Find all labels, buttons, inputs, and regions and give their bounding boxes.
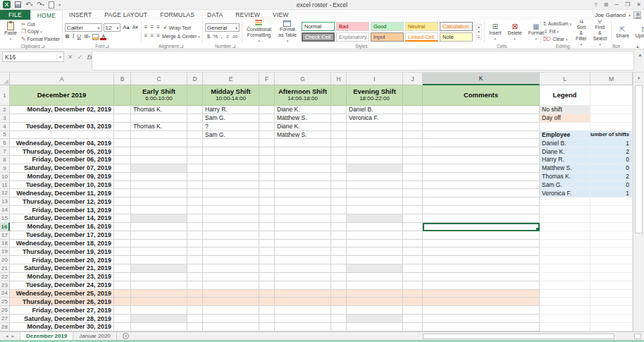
- scroll-up-icon[interactable]: ▲: [633, 73, 644, 83]
- cell-E22[interactable]: [203, 273, 259, 281]
- clear-button[interactable]: ⌦ Clear ▾: [543, 36, 571, 43]
- cell-K6[interactable]: [423, 139, 540, 147]
- row-header-16[interactable]: 16: [0, 223, 10, 231]
- cell-D8[interactable]: [187, 156, 203, 164]
- find-select-button[interactable]: ⚲ Find & Select▾: [591, 17, 609, 47]
- col-header-H[interactable]: H: [331, 73, 347, 85]
- cell-A9[interactable]: Saturday, December 07, 2019: [10, 164, 114, 173]
- cell-E5[interactable]: Sam G.: [203, 131, 259, 140]
- help-icon[interactable]: ?: [594, 1, 597, 8]
- cell-K10[interactable]: [423, 173, 540, 181]
- cell-L28[interactable]: [540, 323, 590, 331]
- cell-A12[interactable]: Wednesday, December 11, 2019: [10, 189, 114, 197]
- cell-L8[interactable]: Harry R.: [540, 156, 590, 164]
- row-header-3[interactable]: 3: [0, 114, 10, 123]
- ribbon-tab-view[interactable]: VIEW: [266, 10, 295, 20]
- cell-J21[interactable]: [403, 264, 423, 273]
- cell-C2[interactable]: Thomas K.: [131, 106, 187, 114]
- cell-M28[interactable]: [590, 323, 633, 331]
- cell-K3[interactable]: [423, 114, 540, 123]
- select-all-corner[interactable]: [0, 73, 10, 85]
- cell-H23[interactable]: [331, 281, 347, 290]
- cell-G25[interactable]: [275, 298, 331, 306]
- row-header-7[interactable]: 7: [0, 147, 10, 156]
- cell-A27[interactable]: Saturday, December 28, 2019: [10, 314, 114, 323]
- cell-B14[interactable]: [114, 206, 131, 214]
- cell-A21[interactable]: Saturday, December 21, 2019: [10, 264, 114, 273]
- row-header-13[interactable]: 13: [0, 197, 10, 206]
- cell-C1[interactable]: Early Shift6:00-10:00: [131, 85, 187, 106]
- cell-G3[interactable]: Matthew S.: [275, 114, 331, 123]
- cell-L22[interactable]: [540, 273, 590, 281]
- cell-I7[interactable]: [347, 147, 403, 156]
- cell-J11[interactable]: [403, 181, 423, 190]
- cell-L10[interactable]: Thomas K.: [540, 173, 590, 181]
- cell-M9[interactable]: 0: [590, 164, 633, 173]
- cell-I9[interactable]: [347, 164, 403, 173]
- cell-E23[interactable]: [203, 281, 259, 290]
- cell-I5[interactable]: [347, 131, 403, 140]
- cell-K26[interactable]: [423, 306, 540, 314]
- cell-A3[interactable]: [10, 114, 114, 123]
- cell-I2[interactable]: Daniel B.: [347, 106, 403, 114]
- cell-F19[interactable]: [259, 248, 275, 256]
- cell-E24[interactable]: [203, 290, 259, 298]
- cell-J23[interactable]: [403, 281, 423, 290]
- cell-F17[interactable]: [259, 231, 275, 240]
- col-header-F[interactable]: F: [259, 73, 275, 85]
- cell-M27[interactable]: [590, 314, 633, 323]
- cell-C4[interactable]: Thomas K.: [131, 123, 187, 131]
- cell-J17[interactable]: [403, 231, 423, 240]
- cut-button[interactable]: ✂ Cut: [21, 21, 60, 28]
- style-good[interactable]: Good: [371, 22, 404, 31]
- row-header-26[interactable]: 26: [0, 306, 10, 314]
- cell-G2[interactable]: Diane K.: [275, 106, 331, 114]
- fill-color-icon[interactable]: [92, 34, 99, 40]
- row-header-17[interactable]: 17: [0, 231, 10, 240]
- cell-E13[interactable]: [203, 197, 259, 206]
- cell-L7[interactable]: Diane K.: [540, 147, 590, 156]
- cell-M24[interactable]: [590, 290, 633, 298]
- ribbon-tab-review[interactable]: REVIEW: [229, 10, 266, 20]
- cell-A24[interactable]: Wednesday, December 25, 2019: [10, 290, 114, 298]
- cell-C21[interactable]: [131, 264, 187, 273]
- cell-M15[interactable]: [590, 214, 633, 223]
- cell-G14[interactable]: [275, 206, 331, 214]
- cell-E20[interactable]: [203, 256, 259, 264]
- cell-H19[interactable]: [331, 248, 347, 256]
- cell-D10[interactable]: [187, 173, 203, 181]
- cell-D13[interactable]: [187, 197, 203, 206]
- cell-J20[interactable]: [403, 256, 423, 264]
- row-header-15[interactable]: 15: [0, 214, 10, 223]
- cell-H7[interactable]: [331, 147, 347, 156]
- cell-E19[interactable]: [203, 248, 259, 256]
- row-header-19[interactable]: 19: [0, 248, 10, 256]
- cell-B7[interactable]: [114, 147, 131, 156]
- cell-H14[interactable]: [331, 206, 347, 214]
- cell-D28[interactable]: [187, 323, 203, 331]
- ribbon-tab-formulas[interactable]: FORMULAS: [154, 10, 201, 20]
- cell-A5[interactable]: [10, 131, 114, 140]
- next-sheet-icon[interactable]: ▸: [12, 334, 15, 339]
- cell-B8[interactable]: [114, 156, 131, 164]
- row-header-2[interactable]: 2: [0, 106, 10, 114]
- cell-K23[interactable]: [423, 281, 540, 290]
- cell-L13[interactable]: [540, 197, 590, 206]
- ribbon-tab-home[interactable]: HOME: [30, 10, 63, 20]
- cell-L12[interactable]: Veronica F.: [540, 189, 590, 197]
- cell-L21[interactable]: [540, 264, 590, 273]
- cell-C17[interactable]: [131, 231, 187, 240]
- cell-G16[interactable]: [275, 223, 331, 231]
- cell-D3[interactable]: [187, 114, 203, 123]
- cell-B18[interactable]: [114, 240, 131, 248]
- cell-J18[interactable]: [403, 240, 423, 248]
- cell-M22[interactable]: [590, 273, 633, 281]
- cell-G10[interactable]: [275, 173, 331, 181]
- cell-M4[interactable]: [590, 123, 633, 131]
- cell-C9[interactable]: [131, 164, 187, 173]
- col-header-L[interactable]: L: [540, 73, 590, 85]
- cell-B13[interactable]: [114, 197, 131, 206]
- autosum-button[interactable]: Σ AutoSum ▾: [543, 20, 571, 28]
- cell-I23[interactable]: [347, 281, 403, 290]
- cell-E6[interactable]: [203, 139, 259, 147]
